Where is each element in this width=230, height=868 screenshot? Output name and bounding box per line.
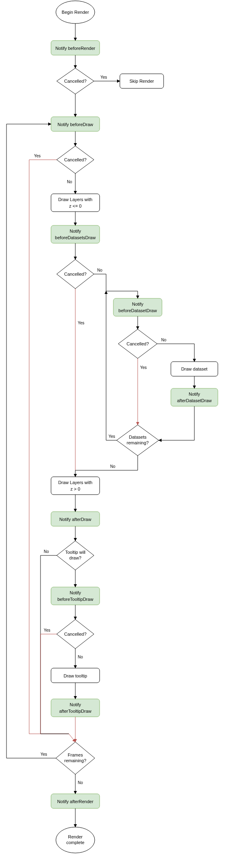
edge-fr-yes [6, 124, 56, 758]
text-cancelled-1: Cancelled? [64, 79, 86, 84]
node-draw-layers-gt0: Draw Layers with z > 0 [51, 477, 100, 495]
text-cancelled-4: Cancelled? [126, 341, 149, 346]
text-dr-l1: Datasets [129, 435, 147, 439]
text-dl-gt0-l2: z > 0 [70, 487, 80, 491]
svg-rect-20 [51, 699, 100, 717]
text-natd-l1: Notify [70, 702, 81, 707]
text-notify-after-render: Notify afterRender [57, 799, 94, 804]
text-dl-gt0-l1: Draw Layers with [58, 480, 92, 485]
edge-c3-no [94, 274, 138, 298]
text-nbdd2-l2: beforeDatasetDraw [119, 308, 157, 313]
svg-rect-9 [113, 298, 162, 316]
label-twd-no: No [44, 549, 49, 554]
text-end-l2: complete [66, 840, 85, 845]
text-draw-layers-le0-l1: Draw Layers with [58, 197, 92, 202]
edge-dr-no [75, 456, 138, 477]
text-draw-layers-le0-l2: z <= 0 [69, 204, 82, 208]
node-cancelled-4: Cancelled? [118, 329, 157, 358]
text-begin-render: Begin Render [62, 10, 89, 15]
text-draw-dataset: Draw dataset [181, 366, 208, 371]
svg-rect-17 [51, 587, 100, 605]
label-c4-no: No [161, 338, 166, 342]
text-twd-l1: Tooltip will [65, 550, 85, 555]
text-dr-l2: remaining? [127, 440, 149, 445]
text-nadd-l2: afterDatasetDraw [177, 398, 212, 403]
text-fr-l2: remaining? [64, 758, 86, 763]
node-datasets-remaining: Datasets remaining? [117, 425, 159, 456]
node-cancelled-5: Cancelled? [57, 619, 94, 649]
edge-c5-yes [40, 634, 57, 734]
text-natd-l2: afterTooltipDraw [59, 709, 92, 714]
node-draw-layers-le0: Draw Layers with z <= 0 [51, 194, 100, 212]
node-notify-after-render: Notify afterRender [51, 794, 100, 808]
svg-rect-6 [51, 194, 100, 212]
label-fr-no: No [78, 780, 83, 785]
text-nbdd-l1: Notify [70, 229, 81, 234]
text-end-l1: Render [68, 834, 83, 839]
node-cancelled-3: Cancelled? [57, 259, 94, 289]
label-fr-yes: Yes [40, 752, 47, 757]
text-cancelled-2: Cancelled? [64, 157, 86, 162]
node-notify-after-tooltip-draw: Notify afterTooltipDraw [51, 699, 100, 717]
render-flowchart: Begin Render Notify beforeRender Cancell… [0, 0, 230, 868]
svg-rect-14 [51, 477, 100, 495]
label-dr-yes: Yes [109, 434, 115, 439]
node-cancelled-2: Cancelled? [57, 146, 94, 174]
label-dr-no: No [110, 464, 115, 469]
node-notify-before-dataset-draw: Notify beforeDatasetDraw [113, 298, 162, 316]
text-cancelled-3: Cancelled? [64, 272, 86, 276]
label-c5-no: No [78, 655, 83, 659]
text-draw-tooltip: Draw tooltip [64, 673, 87, 678]
text-notify-before-draw: Notify beforeDraw [58, 122, 93, 127]
label-c4-yes: Yes [140, 365, 147, 370]
node-notify-before-render: Notify beforeRender [51, 41, 100, 55]
text-skip-render: Skip Render [130, 79, 154, 84]
text-cancelled-5: Cancelled? [64, 632, 86, 637]
label-c1-yes: Yes [100, 75, 107, 79]
node-draw-tooltip: Draw tooltip [51, 668, 100, 683]
label-c3-no: No [97, 268, 102, 272]
text-nbdd-l2: beforeDatasetsDraw [55, 235, 96, 240]
text-fr-l1: Frames [68, 752, 83, 757]
text-nbtd-l2: beforeTooltipDraw [58, 597, 94, 602]
node-notify-before-tooltip-draw: Notify beforeTooltipDraw [51, 587, 100, 605]
edge-c2-yes [29, 160, 75, 742]
label-c2-no: No [67, 180, 72, 184]
node-render-complete: Render complete [56, 827, 95, 853]
node-tooltip-will-draw: Tooltip will draw? [57, 541, 94, 570]
node-draw-dataset: Draw dataset [171, 362, 218, 376]
edge-c4-no [157, 344, 194, 362]
text-nbdd2-l1: Notify [132, 302, 144, 306]
node-notify-after-draw: Notify afterDraw [51, 512, 100, 526]
node-notify-after-dataset-draw: Notify afterDatasetDraw [171, 388, 218, 406]
node-cancelled-1: Cancelled? [57, 68, 94, 94]
text-nadd-l1: Notify [189, 392, 200, 396]
svg-rect-12 [171, 388, 218, 406]
label-c5-yes: Yes [44, 628, 50, 632]
node-notify-before-draw: Notify beforeDraw [51, 117, 100, 131]
node-begin-render: Begin Render [56, 1, 95, 24]
node-frames-remaining: Frames remaining? [56, 742, 95, 774]
text-nbtd-l1: Notify [70, 590, 81, 595]
node-skip-render: Skip Render [120, 74, 164, 88]
text-notify-after-draw: Notify afterDraw [60, 517, 92, 522]
label-c2-yes: Yes [34, 154, 40, 158]
label-c3-yes: Yes [78, 321, 84, 325]
node-notify-before-datasets-draw: Notify beforeDatasetsDraw [51, 225, 100, 243]
svg-rect-7 [51, 225, 100, 243]
edge-nadd-dr [159, 406, 194, 440]
text-notify-before-render: Notify beforeRender [55, 46, 96, 51]
text-twd-l2: draw? [69, 555, 81, 560]
